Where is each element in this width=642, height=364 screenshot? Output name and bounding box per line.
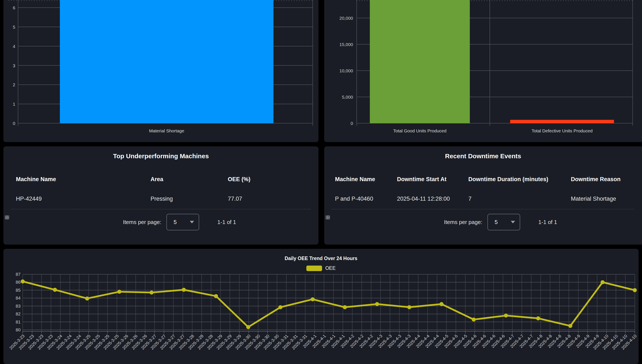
items-per-page-select[interactable]: 5 — [487, 214, 520, 230]
data-point-marker — [53, 288, 57, 292]
data-point-marker — [149, 290, 153, 295]
data-point-marker — [246, 325, 250, 329]
x-category-label: Total Defective Units Produced — [532, 128, 592, 133]
next-page-button[interactable] — [605, 218, 612, 226]
y-axis-tick-label: 0 — [13, 121, 15, 126]
y-axis-tick-label: 15,000 — [340, 42, 353, 47]
cell-oee: 77.07 — [228, 196, 311, 202]
y-axis-tick-label: 2 — [13, 82, 15, 87]
data-point-marker — [375, 302, 379, 306]
y-axis-tick-label: 1 — [13, 102, 15, 106]
bar — [370, 0, 470, 123]
table-header-row: Machine Name Downtime Start At Downtime … — [324, 174, 642, 185]
oee-trend-line-chart: 80818283848586872025-3-232025-3-232025-3… — [4, 249, 638, 364]
data-point-marker — [182, 288, 186, 292]
dashboard: { "colors": { "page_background": "#00000… — [0, 0, 642, 364]
data-point-marker — [278, 305, 282, 309]
y-axis-tick-label: 5 — [13, 24, 15, 30]
data-point-marker — [310, 297, 315, 301]
line-series-oee — [23, 282, 635, 327]
last-page-button[interactable] — [622, 218, 629, 226]
cell-downtime-start: 2025-04-11 12:28:00 — [397, 196, 468, 202]
x-category-label: Total Good Units Produced — [393, 128, 446, 133]
y-axis-tick-label: 84 — [16, 296, 21, 300]
first-page-button[interactable] — [250, 218, 257, 226]
y-axis-tick-label: 20,000 — [340, 16, 353, 20]
cell-machine-name: HP-42449 — [16, 196, 151, 202]
cell-downtime-reason: Material Shortage — [571, 196, 634, 202]
previous-page-button[interactable] — [588, 218, 595, 226]
items-per-page-label: Items per page: — [123, 219, 161, 226]
column-header-machine-name: Machine Name — [335, 176, 397, 183]
bar-material-shortage — [60, 0, 273, 123]
next-page-button[interactable] — [284, 218, 291, 226]
y-axis-tick-label: 87 — [16, 272, 21, 276]
paginator: Items per page: 5 1-1 of 1 — [4, 214, 308, 230]
data-point-marker — [214, 294, 218, 298]
data-point-marker — [472, 318, 476, 322]
bar — [510, 120, 614, 123]
table-row: HP-42449 Pressing 77.07 — [11, 189, 311, 209]
last-page-icon — [324, 214, 332, 221]
cell-area: Pressing — [151, 196, 228, 202]
data-point-marker — [343, 305, 347, 309]
table-row: P and P-40460 2025-04-11 12:28:00 7 Mate… — [332, 189, 634, 209]
page-range-label: 1-1 of 1 — [217, 219, 236, 226]
recent-downtime-events-title: Recent Downtime Events — [324, 152, 642, 160]
y-axis-tick-label: 86 — [16, 280, 21, 284]
underperforming-machines-panel: Top Underperforming Machines Machine Nam… — [4, 146, 318, 244]
items-per-page-value: 5 — [495, 219, 498, 226]
data-point-marker — [407, 305, 411, 309]
downtime-by-reason-bar-chart: 0123456Material Shortage — [4, 0, 318, 142]
last-page-button[interactable] — [301, 218, 308, 226]
oee-trend-panel: Daily OEE Trend Over 24 Hours OEE 808182… — [4, 249, 638, 364]
column-header-oee: OEE (%) — [228, 176, 318, 183]
data-point-marker — [536, 316, 540, 320]
y-axis-tick-label: 0 — [351, 121, 353, 126]
data-point-marker — [85, 296, 89, 300]
page-range-label: 1-1 of 1 — [538, 219, 557, 226]
y-axis-tick-label: 4 — [13, 44, 15, 49]
data-point-marker — [633, 288, 637, 292]
table-header-row: Machine Name Area OEE (%) — [4, 174, 318, 185]
items-per-page-label: Items per page: — [444, 219, 482, 226]
items-per-page-value: 5 — [174, 219, 177, 226]
cell-machine-name: P and P-40460 — [335, 196, 397, 202]
y-axis-tick-label: 82 — [16, 312, 21, 316]
data-point-marker — [601, 280, 605, 284]
downtime-by-reason-chart-panel: 0123456Material Shortage — [4, 0, 318, 142]
data-point-marker — [504, 314, 508, 318]
recent-downtime-events-panel: Recent Downtime Events Machine Name Down… — [324, 146, 642, 244]
underperforming-machines-title: Top Underperforming Machines — [4, 152, 318, 160]
column-header-downtime-start: Downtime Start At — [397, 176, 468, 183]
last-page-icon — [4, 214, 11, 221]
y-axis-tick-label: 10,000 — [340, 68, 353, 73]
items-per-page-select[interactable]: 5 — [166, 214, 199, 230]
column-header-downtime-reason: Downtime Reason — [571, 176, 642, 183]
data-point-marker — [568, 324, 572, 328]
chevron-down-icon — [190, 221, 194, 223]
column-header-machine-name: Machine Name — [16, 176, 151, 183]
y-axis-tick-label: 3 — [13, 63, 15, 68]
data-point-marker — [439, 302, 444, 306]
y-axis-tick-label: 83 — [16, 304, 21, 308]
column-header-downtime-duration: Downtime Duration (minutes) — [468, 176, 571, 183]
y-axis-tick-label: 80 — [16, 327, 21, 332]
x-category-label: Material Shortage — [149, 128, 184, 133]
y-axis-tick-label: 5,000 — [342, 94, 353, 100]
y-axis-tick-label: 81 — [16, 320, 21, 324]
y-axis-tick-label: 85 — [16, 288, 21, 292]
previous-page-button[interactable] — [267, 218, 274, 226]
production-units-bar-chart: 05,00010,00015,00020,000Total Good Units… — [324, 0, 642, 142]
cell-downtime-duration: 7 — [468, 196, 571, 202]
chevron-down-icon — [511, 221, 515, 223]
data-point-marker — [21, 279, 25, 284]
data-point-marker — [117, 290, 121, 294]
production-units-chart-panel: 05,00010,00015,00020,000Total Good Units… — [324, 0, 642, 142]
y-axis-tick-label: 6 — [13, 5, 15, 10]
first-page-button[interactable] — [571, 218, 578, 226]
paginator: Items per page: 5 1-1 of 1 — [324, 214, 629, 230]
column-header-area: Area — [151, 176, 228, 183]
